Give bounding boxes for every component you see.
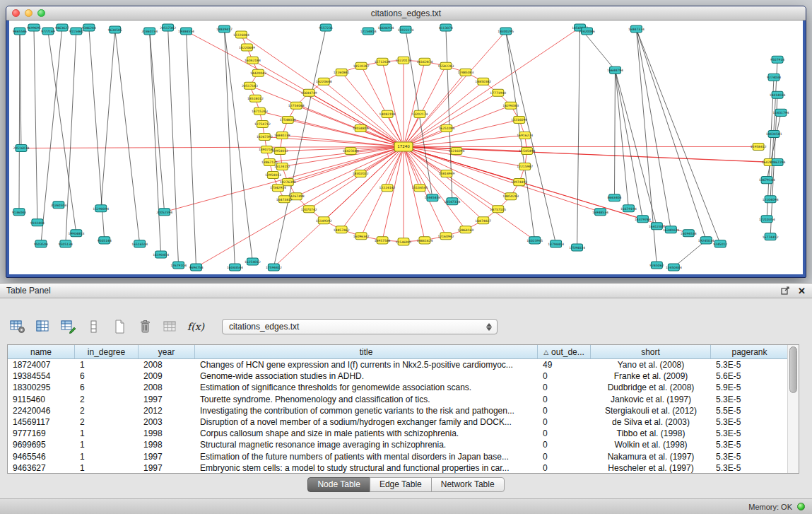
network-node[interactable]: 10974493 (511, 179, 527, 186)
table-row[interactable]: 946554611997Estimation of the future num… (8, 451, 789, 462)
network-node[interactable]: 16423184 (343, 148, 359, 155)
table-settings-icon[interactable] (8, 318, 27, 335)
network-node[interactable]: 16162874 (417, 58, 433, 65)
column-header-short[interactable]: short (591, 345, 711, 358)
table-row[interactable]: 1938455462009Genome-wide association stu… (8, 370, 789, 382)
network-node[interactable]: 9694754 (189, 264, 204, 271)
network-node[interactable]: 17210354 (759, 216, 775, 223)
network-node[interactable]: 16473812 (276, 196, 293, 203)
network-node[interactable]: 14434581 (766, 130, 782, 137)
table-row[interactable]: 1456911722003Disruption of a novel membe… (8, 416, 789, 428)
network-node[interactable]: 13202174 (412, 110, 428, 117)
network-node[interactable]: 17771940 (490, 89, 506, 96)
network-node[interactable]: 16516504 (131, 240, 148, 247)
network-node[interactable]: 9503504 (34, 240, 48, 247)
network-node[interactable]: 18414034 (770, 91, 786, 98)
network-node[interactable]: 14220648 (316, 78, 332, 85)
network-node[interactable]: 8113074 (439, 24, 453, 31)
network-node[interactable]: 15644749 (301, 89, 317, 96)
float-panel-icon[interactable] (781, 286, 790, 295)
network-node[interactable]: 15582283 (437, 62, 454, 69)
network-node[interactable]: 18839417 (216, 25, 233, 33)
network-node[interactable]: 16096347 (353, 233, 370, 240)
network-node[interactable]: 16042184 (245, 57, 261, 64)
network-node[interactable]: 14661624 (417, 237, 433, 244)
column-header-out_de[interactable]: △out_de... (538, 345, 591, 358)
network-node[interactable]: 16340434 (663, 226, 679, 233)
network-node[interactable]: 9507914 (770, 56, 784, 63)
network-node[interactable]: 14857462 (334, 226, 350, 233)
network-node[interactable]: 15712634 (375, 58, 391, 65)
network-node[interactable]: 17548038 (280, 116, 296, 123)
table-row[interactable]: 969969511998Structural magnetic resonanc… (8, 439, 789, 450)
network-node[interactable]: 9505144 (98, 237, 112, 244)
network-node[interactable]: 9699695 (27, 24, 41, 31)
network-node[interactable]: 18510287 (353, 62, 370, 69)
network-node[interactable]: 9136043 (12, 209, 26, 216)
network-node[interactable]: 18300295 (498, 28, 514, 35)
network-node[interactable]: 13907161 (259, 146, 275, 153)
network-node[interactable]: 18518012 (247, 95, 264, 102)
network-node[interactable]: 9245012 (713, 240, 727, 247)
network-node[interactable]: 16679194 (620, 205, 637, 212)
network-node[interactable]: 16774412 (763, 233, 779, 240)
new-column-icon[interactable] (110, 318, 129, 335)
network-hub-node[interactable]: 17240 (394, 142, 413, 151)
network-node[interactable]: 14420043 (250, 69, 266, 76)
close-panel-icon[interactable]: ✕ (798, 286, 806, 296)
minimize-button[interactable] (25, 9, 33, 17)
table-row[interactable]: 1872400712008Changes of HCN gene express… (8, 359, 789, 370)
network-node[interactable]: 14267392 (257, 133, 273, 140)
column-header-title[interactable]: title (195, 345, 538, 358)
network-node[interactable]: 16840239 (274, 132, 290, 139)
network-node[interactable]: 17594034 (569, 244, 585, 251)
network-node[interactable]: 14379744 (635, 216, 651, 223)
network-node[interactable]: 17485083 (457, 69, 473, 76)
network-node[interactable]: 14850283 (502, 193, 519, 200)
network-node[interactable]: 16190454 (153, 251, 169, 258)
tab-node-table[interactable]: Node Table (307, 477, 370, 492)
network-node[interactable]: 16043544 (227, 264, 243, 271)
network-node[interactable]: 12160942 (437, 233, 454, 240)
network-node[interactable]: 17594412 (266, 264, 282, 271)
network-node[interactable]: 19245034 (698, 237, 714, 244)
row-tools-icon[interactable] (85, 318, 103, 335)
network-node[interactable]: 14547334 (444, 198, 460, 205)
network-canvas[interactable]: 1724011545498122159871097449314850283187… (9, 21, 803, 274)
network-node[interactable]: 14082194 (379, 110, 396, 117)
tab-edge-table[interactable]: Edge Table (370, 477, 432, 492)
table-scrollbar-thumb[interactable] (789, 346, 797, 393)
close-button[interactable] (12, 9, 20, 17)
network-node[interactable]: 20517143 (242, 82, 258, 89)
network-node[interactable]: 19904853 (68, 230, 84, 237)
network-node[interactable]: 9463627 (55, 24, 69, 31)
table-row[interactable]: 977716911998Corpus callosum shape and si… (8, 428, 789, 439)
network-node[interactable]: 16094534 (681, 230, 697, 237)
zoom-button[interactable] (37, 9, 45, 17)
network-node[interactable]: 22420046 (579, 28, 595, 35)
network-node[interactable]: 12954013 (265, 172, 281, 179)
network-node[interactable]: 11545498 (519, 148, 535, 155)
network-node[interactable]: 20052594 (156, 209, 172, 216)
table-row[interactable]: 946362711997Embryonic stem cells: a mode… (8, 462, 789, 474)
network-node[interactable]: 13220172 (396, 57, 412, 64)
network-node[interactable]: 14715243 (252, 107, 268, 115)
table-row[interactable]: 2242004622012Investigating the contribut… (8, 405, 789, 416)
column-header-name[interactable]: name (8, 345, 75, 358)
network-node[interactable]: 15445434 (425, 194, 441, 201)
network-node[interactable]: 9777169 (41, 28, 55, 35)
network-node[interactable]: 11431794 (773, 109, 789, 116)
delete-column-icon[interactable] (136, 318, 154, 335)
network-node[interactable]: 15922274 (398, 26, 414, 33)
network-node[interactable]: 15958412 (751, 143, 767, 150)
network-node[interactable]: 16648794 (607, 66, 623, 74)
network-node[interactable]: 9505134 (59, 240, 73, 247)
network-node[interactable]: 20260504 (50, 201, 66, 209)
network-node[interactable]: 16294383 (502, 102, 519, 109)
network-node[interactable]: 19384554 (178, 28, 194, 35)
network-node[interactable]: 15814949 (438, 170, 454, 177)
network-node[interactable]: 12260841 (334, 69, 350, 76)
table-row[interactable]: 911546021997Tourette syndrome. Phenomeno… (8, 394, 789, 405)
network-node[interactable]: 9465546 (13, 28, 27, 35)
network-node[interactable]: 15290094 (93, 205, 109, 212)
